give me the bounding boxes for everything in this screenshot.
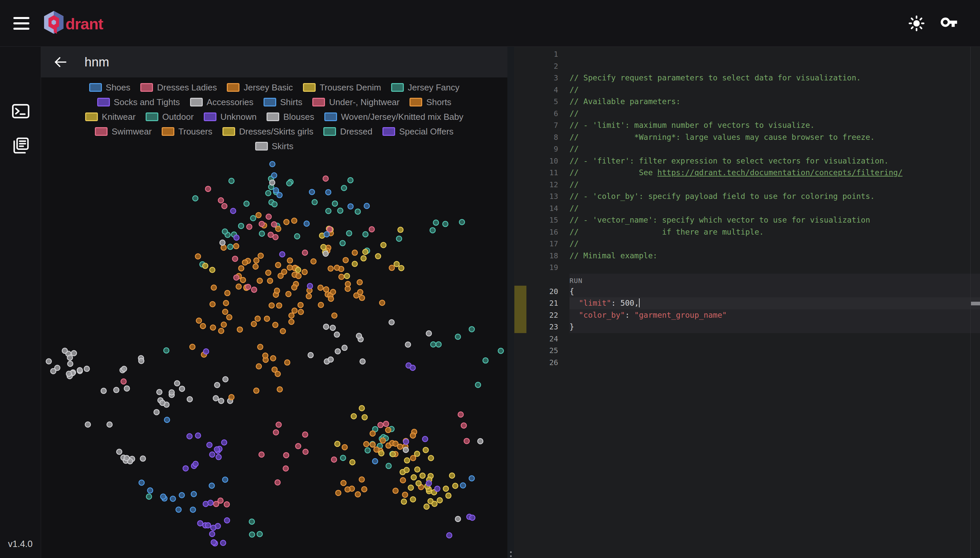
- scatter-point[interactable]: [469, 327, 474, 332]
- scatter-point[interactable]: [210, 268, 215, 272]
- legend-item[interactable]: Shoes: [89, 82, 130, 93]
- scatter-point[interactable]: [245, 284, 251, 290]
- scatter-point[interactable]: [303, 449, 308, 455]
- scatter-point[interactable]: [250, 216, 256, 221]
- scatter-point[interactable]: [259, 452, 264, 457]
- legend-item[interactable]: Accessories: [190, 97, 254, 107]
- scatter-point[interactable]: [330, 289, 336, 295]
- scatter-point[interactable]: [455, 334, 461, 340]
- scatter-point[interactable]: [226, 315, 232, 320]
- scatter-point[interactable]: [208, 500, 213, 505]
- editor-line[interactable]: 9//: [514, 143, 970, 155]
- scatter-point[interactable]: [328, 296, 334, 301]
- legend-item[interactable]: Unknown: [204, 112, 257, 122]
- legend-item[interactable]: Knitwear: [85, 112, 136, 122]
- scatter-point[interactable]: [169, 390, 175, 395]
- editor-line[interactable]: 16// if there are multiple.: [514, 226, 970, 238]
- scatter-point[interactable]: [283, 466, 288, 471]
- editor-line[interactable]: 17//: [514, 238, 970, 250]
- editor-line[interactable]: 23}: [514, 321, 970, 333]
- editor-line[interactable]: 22 "color_by": "garment_group_name": [514, 309, 970, 322]
- scatter-point[interactable]: [402, 492, 408, 497]
- scatter-point[interactable]: [423, 437, 428, 442]
- scatter-point[interactable]: [287, 181, 292, 186]
- scatter-point[interactable]: [258, 253, 264, 258]
- scatter-point[interactable]: [435, 486, 440, 491]
- scatter-point[interactable]: [209, 452, 215, 457]
- scatter-point[interactable]: [410, 365, 415, 371]
- editor-line[interactable]: 18// Minimal example:: [514, 250, 970, 262]
- scatter-point[interactable]: [84, 366, 89, 371]
- scatter-point[interactable]: [284, 219, 289, 225]
- scatter-point[interactable]: [327, 226, 332, 232]
- scatter-point[interactable]: [339, 274, 344, 280]
- scatter-point[interactable]: [424, 504, 429, 509]
- scatter-point[interactable]: [231, 208, 236, 213]
- scatter-point[interactable]: [253, 264, 258, 269]
- scatter-point[interactable]: [296, 273, 301, 279]
- scatter-point[interactable]: [156, 389, 162, 395]
- scatter-point[interactable]: [256, 364, 262, 369]
- scatter-point[interactable]: [357, 289, 363, 295]
- editor-line[interactable]: 13// - 'color_by': specify payload field…: [514, 190, 970, 203]
- scatter-point[interactable]: [259, 221, 265, 226]
- scatter-point[interactable]: [213, 396, 219, 401]
- scatter-point[interactable]: [254, 388, 259, 394]
- scatter-point[interactable]: [46, 359, 51, 364]
- scatter-point[interactable]: [176, 507, 181, 512]
- scatter-point[interactable]: [334, 265, 340, 270]
- scatter-point[interactable]: [304, 221, 309, 226]
- scatter-point[interactable]: [323, 251, 328, 256]
- scatter-point[interactable]: [340, 455, 346, 461]
- scatter-point[interactable]: [239, 266, 244, 271]
- scatter-point[interactable]: [334, 332, 340, 337]
- scatter-point[interactable]: [272, 367, 277, 372]
- scatter-point[interactable]: [222, 477, 228, 482]
- scatter-point[interactable]: [306, 294, 311, 299]
- scatter-point[interactable]: [225, 290, 230, 296]
- scatter-point[interactable]: [430, 228, 435, 233]
- scatter-point[interactable]: [273, 430, 278, 435]
- scatter-point[interactable]: [222, 229, 227, 234]
- scatter-point[interactable]: [370, 442, 376, 447]
- scatter-point[interactable]: [324, 231, 329, 237]
- scatter-point[interactable]: [362, 487, 367, 492]
- scatter-point[interactable]: [203, 263, 208, 269]
- scatter-point[interactable]: [190, 344, 195, 350]
- scatter-point[interactable]: [191, 492, 196, 497]
- scatter-point[interactable]: [221, 540, 226, 546]
- scatter-point[interactable]: [117, 449, 122, 455]
- scatter-point[interactable]: [455, 516, 461, 522]
- scatter-point[interactable]: [274, 288, 280, 293]
- scatter-point[interactable]: [244, 201, 249, 206]
- scatter-point[interactable]: [218, 498, 223, 503]
- scatter-point[interactable]: [324, 287, 329, 292]
- scatter-point[interactable]: [254, 258, 259, 263]
- scatter-point[interactable]: [308, 353, 313, 358]
- scatter-point[interactable]: [372, 458, 378, 464]
- scatter-point[interactable]: [264, 316, 270, 322]
- scatter-point[interactable]: [352, 250, 357, 255]
- scatter-point[interactable]: [161, 494, 166, 499]
- scatter-point[interactable]: [71, 350, 76, 356]
- scatter-point[interactable]: [398, 227, 403, 233]
- scatter-point[interactable]: [257, 345, 263, 350]
- scatter-point[interactable]: [405, 342, 410, 348]
- legend-item[interactable]: Jersey Fancy: [391, 82, 460, 93]
- scatter-point[interactable]: [220, 240, 225, 245]
- scatter-point[interactable]: [321, 244, 326, 249]
- scatter-point[interactable]: [292, 285, 297, 290]
- scatter-point[interactable]: [342, 345, 348, 350]
- scatter-point[interactable]: [318, 302, 324, 308]
- scatter-point[interactable]: [190, 507, 196, 512]
- scatter-point[interactable]: [449, 473, 455, 478]
- scatter-point[interactable]: [416, 481, 421, 486]
- scatter-point[interactable]: [384, 421, 389, 427]
- scatter-point[interactable]: [430, 342, 436, 347]
- scatter-point[interactable]: [458, 412, 463, 417]
- scatter-point[interactable]: [234, 235, 239, 240]
- menu-icon[interactable]: [13, 16, 30, 31]
- scatter-point[interactable]: [198, 520, 203, 526]
- scatter-point[interactable]: [229, 394, 234, 400]
- scatter-point[interactable]: [453, 483, 458, 489]
